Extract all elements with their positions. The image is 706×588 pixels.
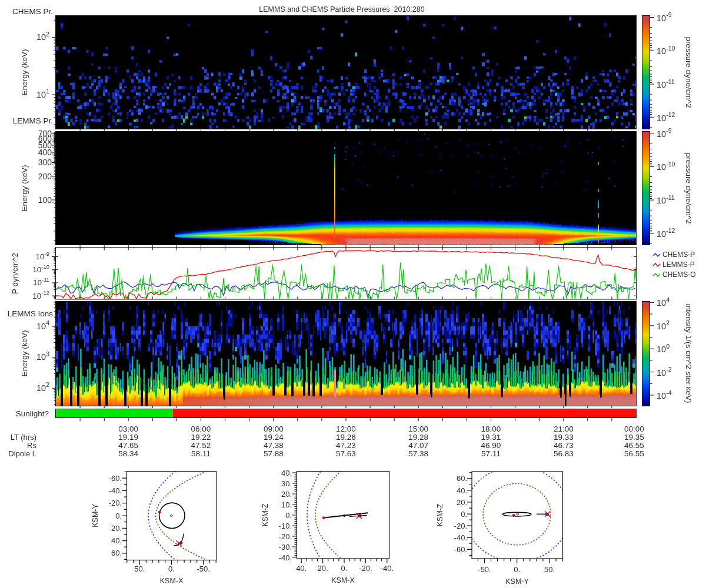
svg-text:-40.: -40. bbox=[381, 564, 394, 573]
svg-text:LEMMS Ions: LEMMS Ions bbox=[8, 309, 54, 318]
svg-text:pressure dyne/cm^2: pressure dyne/cm^2 bbox=[684, 36, 693, 108]
svg-text:60.: 60. bbox=[111, 549, 122, 557]
svg-text:19.26: 19.26 bbox=[336, 433, 356, 442]
svg-text:18:00: 18:00 bbox=[481, 425, 501, 433]
svg-text:19.28: 19.28 bbox=[408, 433, 428, 442]
svg-text:Sunlight?: Sunlight? bbox=[16, 409, 49, 418]
svg-text:0.: 0. bbox=[461, 510, 467, 519]
svg-text:10-11: 10-11 bbox=[33, 276, 49, 288]
svg-text:200.: 200. bbox=[38, 172, 54, 181]
svg-text:CHEMS-P: CHEMS-P bbox=[662, 250, 695, 259]
svg-text:KSM-X: KSM-X bbox=[331, 576, 355, 584]
svg-text:P dyn/cm^2: P dyn/cm^2 bbox=[11, 253, 19, 294]
svg-text:10-9: 10-9 bbox=[36, 250, 49, 262]
svg-text:KSM-X: KSM-X bbox=[160, 577, 184, 585]
svg-text:KSM-Z: KSM-Z bbox=[436, 503, 444, 526]
svg-text:-60.: -60. bbox=[454, 545, 467, 554]
svg-text:LT (hrs): LT (hrs) bbox=[11, 433, 36, 442]
svg-text:Rs: Rs bbox=[27, 441, 36, 450]
svg-text:40.: 40. bbox=[296, 564, 307, 573]
svg-text:47.23: 47.23 bbox=[336, 441, 356, 450]
svg-text:KSM-Z: KSM-Z bbox=[261, 503, 269, 526]
svg-text:46.90: 46.90 bbox=[481, 441, 501, 450]
svg-text:46.73: 46.73 bbox=[554, 441, 574, 450]
svg-text:104: 104 bbox=[657, 296, 670, 308]
svg-text:-20.: -20. bbox=[454, 522, 467, 530]
svg-text:60.: 60. bbox=[457, 474, 467, 483]
svg-text:57.88: 57.88 bbox=[264, 449, 284, 458]
svg-text:10-10: 10-10 bbox=[657, 45, 675, 56]
svg-text:19.24: 19.24 bbox=[264, 433, 284, 442]
svg-text:-50.: -50. bbox=[478, 565, 491, 574]
svg-text:10-12: 10-12 bbox=[32, 289, 49, 300]
svg-text:pressure dyne/cm^2: pressure dyne/cm^2 bbox=[684, 152, 693, 223]
svg-text:21:00: 21:00 bbox=[554, 425, 574, 433]
svg-text:CHEMS Pr.: CHEMS Pr. bbox=[12, 7, 53, 16]
svg-text:40.: 40. bbox=[281, 469, 292, 477]
svg-text:intensity 1/(s cm^2 ster keV): intensity 1/(s cm^2 ster keV) bbox=[684, 303, 693, 403]
svg-text:10-12: 10-12 bbox=[657, 111, 675, 123]
svg-text:10-9: 10-9 bbox=[657, 127, 672, 139]
svg-text:LEMMS-P: LEMMS-P bbox=[662, 260, 695, 269]
svg-text:Energy (keV): Energy (keV) bbox=[20, 165, 29, 212]
svg-text:19.33: 19.33 bbox=[554, 433, 574, 442]
svg-text:LEMMS and CHEMS Particle Press: LEMMS and CHEMS Particle Pressures 2010:… bbox=[259, 5, 424, 14]
svg-text:47.07: 47.07 bbox=[408, 441, 428, 450]
svg-text:0.: 0. bbox=[115, 512, 122, 520]
svg-text:20.: 20. bbox=[111, 524, 122, 533]
svg-text:10-10: 10-10 bbox=[32, 263, 49, 275]
svg-text:30.: 30. bbox=[281, 479, 292, 488]
svg-text:-10.: -10. bbox=[279, 522, 292, 530]
svg-text:20.: 20. bbox=[457, 498, 467, 507]
svg-text:LEMMS Pr.: LEMMS Pr. bbox=[13, 116, 53, 125]
svg-text:104: 104 bbox=[36, 319, 49, 331]
svg-text:56.55: 56.55 bbox=[624, 449, 644, 458]
svg-text:40.: 40. bbox=[111, 536, 122, 545]
svg-text:0.: 0. bbox=[341, 564, 348, 573]
svg-text:Dipole L: Dipole L bbox=[8, 449, 36, 458]
svg-text:57.63: 57.63 bbox=[336, 449, 356, 458]
svg-text:50.: 50. bbox=[134, 564, 145, 573]
svg-text:KSM-Y: KSM-Y bbox=[505, 577, 529, 586]
svg-text:-50.: -50. bbox=[197, 564, 209, 573]
svg-text:Energy (keV): Energy (keV) bbox=[20, 330, 29, 377]
svg-text:10-11: 10-11 bbox=[657, 78, 675, 90]
svg-text:-60.: -60. bbox=[109, 474, 122, 483]
svg-text:102: 102 bbox=[36, 31, 49, 42]
svg-text:10-11: 10-11 bbox=[657, 194, 675, 206]
svg-text:19.31: 19.31 bbox=[481, 433, 501, 442]
svg-text:47.65: 47.65 bbox=[118, 441, 138, 450]
svg-text:Energy (keV): Energy (keV) bbox=[20, 49, 29, 96]
svg-text:-20.: -20. bbox=[279, 532, 292, 541]
svg-text:20.: 20. bbox=[281, 490, 292, 499]
svg-text:-40.: -40. bbox=[279, 553, 292, 562]
svg-text:12:00: 12:00 bbox=[336, 425, 356, 433]
svg-text:CHEMS-O: CHEMS-O bbox=[662, 270, 696, 279]
svg-text:300.: 300. bbox=[38, 158, 54, 167]
svg-text:102: 102 bbox=[657, 319, 670, 331]
svg-text:10-12: 10-12 bbox=[657, 227, 675, 239]
svg-text:19.19: 19.19 bbox=[118, 433, 138, 442]
svg-text:56.83: 56.83 bbox=[554, 449, 574, 458]
svg-text:57.11: 57.11 bbox=[481, 449, 501, 458]
svg-text:19.35: 19.35 bbox=[624, 433, 644, 442]
svg-text:57.38: 57.38 bbox=[408, 449, 428, 458]
svg-text:46.55: 46.55 bbox=[624, 441, 644, 450]
svg-text:100: 100 bbox=[657, 343, 670, 355]
svg-text:06:00: 06:00 bbox=[191, 425, 211, 433]
svg-text:10-2: 10-2 bbox=[657, 366, 672, 377]
svg-text:58.11: 58.11 bbox=[191, 449, 211, 458]
svg-text:50.: 50. bbox=[544, 565, 555, 574]
svg-text:-20.: -20. bbox=[359, 564, 372, 573]
svg-text:58.34: 58.34 bbox=[118, 449, 138, 458]
svg-text:0.: 0. bbox=[285, 511, 292, 520]
svg-text:15:00: 15:00 bbox=[408, 425, 428, 433]
svg-text:40.: 40. bbox=[457, 486, 467, 495]
svg-text:-20.: -20. bbox=[109, 499, 122, 507]
svg-text:47.52: 47.52 bbox=[191, 441, 211, 450]
svg-text:03:00: 03:00 bbox=[118, 425, 138, 433]
svg-text:10-4: 10-4 bbox=[657, 389, 672, 401]
svg-text:100.: 100. bbox=[38, 195, 54, 205]
svg-text:0.: 0. bbox=[514, 565, 520, 574]
svg-text:-30.: -30. bbox=[279, 543, 292, 552]
